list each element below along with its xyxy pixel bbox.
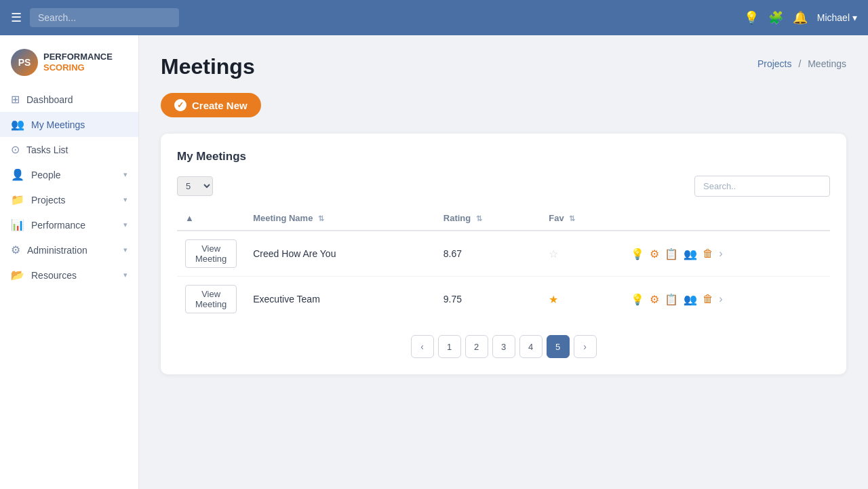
meeting-name-sort-icon: ⇅	[318, 214, 324, 222]
fav-label: Fav	[549, 213, 564, 223]
row-meeting-name: Executive Team	[245, 277, 435, 322]
hamburger-menu[interactable]: ☰	[11, 10, 22, 25]
main-content: Meetings Projects / Meetings ✓ Create Ne…	[139, 35, 868, 489]
puzzle-icon[interactable]: 🧩	[768, 10, 783, 25]
performance-icon: 📊	[11, 218, 24, 231]
table-header: ▲ Meeting Name ⇅ Rating ⇅ Fav ⇅	[177, 206, 830, 231]
rating-label: Rating	[443, 213, 471, 223]
gear-action-icon[interactable]: ⚙	[650, 293, 659, 306]
people-chevron-icon: ▾	[123, 170, 127, 179]
users-action-icon[interactable]: 👥	[684, 248, 697, 260]
pagination-page-4[interactable]: 4	[519, 335, 542, 358]
row-view-btn-cell: View Meeting	[177, 231, 245, 277]
tasks-icon: ⊙	[11, 143, 20, 156]
bell-icon[interactable]: 🔔	[793, 10, 808, 25]
logo-text: PERFORMANCESCORING	[43, 52, 113, 73]
pagination-next[interactable]: ›	[574, 335, 597, 358]
create-new-button[interactable]: ✓ Create New	[161, 93, 261, 117]
th-actions	[623, 206, 830, 231]
trash-action-icon[interactable]: 🗑	[703, 248, 713, 260]
sidebar-label-tasks: Tasks List	[26, 144, 68, 155]
breadcrumb-current: Meetings	[808, 58, 846, 69]
pagination: ‹ 1 2 3 4 5 ›	[177, 335, 830, 358]
sidebar-label-projects: Projects	[31, 195, 66, 206]
my-meetings-icon: 👥	[11, 118, 24, 131]
users-action-icon[interactable]: 👥	[684, 293, 697, 306]
sidebar-label-dashboard: Dashboard	[26, 94, 73, 105]
page-header: Meetings Projects / Meetings	[161, 54, 846, 79]
user-name: Michael	[817, 12, 850, 23]
user-chevron-icon: ▾	[852, 12, 857, 23]
row-fav: ☆	[540, 231, 623, 277]
row-rating: 8.67	[435, 231, 541, 277]
table-controls: 5 10 25 50	[177, 176, 830, 197]
row-actions: 💡 ⚙ 📋 👥 🗑 ›	[623, 231, 830, 277]
gear-action-icon[interactable]: ⚙	[650, 248, 659, 260]
th-fav[interactable]: Fav ⇅	[540, 206, 623, 231]
logo-icon: PS	[11, 49, 38, 76]
pagination-page-3[interactable]: 3	[492, 335, 515, 358]
meetings-card-title: My Meetings	[177, 150, 830, 163]
view-meeting-button[interactable]: View Meeting	[185, 239, 237, 268]
sidebar-item-performance[interactable]: 📊 Performance ▾	[0, 212, 138, 237]
dashboard-icon: ⊞	[11, 93, 20, 106]
create-new-label: Create New	[192, 100, 248, 111]
sidebar-item-projects[interactable]: 📁 Projects ▾	[0, 187, 138, 212]
pagination-prev[interactable]: ‹	[411, 335, 434, 358]
sidebar-label-resources: Resources	[31, 270, 77, 281]
sidebar-item-dashboard[interactable]: ⊞ Dashboard	[0, 87, 138, 112]
th-meeting-name[interactable]: Meeting Name ⇅	[245, 206, 435, 231]
row-chevron-icon[interactable]: ›	[719, 248, 722, 260]
sidebar-item-tasks-list[interactable]: ⊙ Tasks List	[0, 137, 138, 162]
meetings-tbody: View Meeting Creed How Are You 8.67 ☆ 💡 …	[177, 231, 830, 321]
copy-action-icon[interactable]: 📋	[665, 248, 678, 260]
pagination-page-1[interactable]: 1	[438, 335, 461, 358]
row-meeting-name: Creed How Are You	[245, 231, 435, 277]
sidebar-item-my-meetings[interactable]: 👥 My Meetings	[0, 112, 138, 137]
projects-chevron-icon: ▾	[123, 195, 127, 204]
main-layout: PS PERFORMANCESCORING ⊞ Dashboard 👥 My M…	[0, 35, 868, 489]
pagination-page-5[interactable]: 5	[547, 335, 570, 358]
performance-chevron-icon: ▾	[123, 220, 127, 229]
sidebar-item-administration[interactable]: ⚙ Administration ▾	[0, 237, 138, 262]
meetings-card: My Meetings 5 10 25 50 ▲	[161, 134, 846, 374]
table-row: View Meeting Executive Team 9.75 ★ 💡 ⚙ 📋…	[177, 277, 830, 322]
sidebar: PS PERFORMANCESCORING ⊞ Dashboard 👥 My M…	[0, 35, 139, 489]
resources-chevron-icon: ▾	[123, 271, 127, 279]
sidebar-item-resources[interactable]: 📂 Resources ▾	[0, 262, 138, 288]
row-actions: 💡 ⚙ 📋 👥 🗑 ›	[623, 277, 830, 322]
per-page-select[interactable]: 5 10 25 50	[177, 176, 213, 196]
sidebar-item-people[interactable]: 👤 People ▾	[0, 162, 138, 187]
copy-action-icon[interactable]: 📋	[665, 293, 678, 306]
page-title: Meetings	[161, 54, 255, 79]
view-meeting-button[interactable]: View Meeting	[185, 285, 237, 313]
th-rating[interactable]: Rating ⇅	[435, 206, 541, 231]
user-menu[interactable]: Michael ▾	[817, 12, 857, 23]
administration-chevron-icon: ▾	[123, 246, 127, 254]
fav-star-icon[interactable]: ☆	[549, 248, 558, 260]
table-row: View Meeting Creed How Are You 8.67 ☆ 💡 …	[177, 231, 830, 277]
action-icons-group: 💡 ⚙ 📋 👥 🗑 ›	[631, 293, 822, 306]
people-icon: 👤	[11, 168, 24, 181]
breadcrumb-parent[interactable]: Projects	[757, 58, 792, 69]
meetings-table: ▲ Meeting Name ⇅ Rating ⇅ Fav ⇅	[177, 206, 830, 321]
global-search-input[interactable]	[30, 8, 179, 27]
sidebar-label-my-meetings: My Meetings	[31, 119, 85, 130]
page-title-section: Meetings	[161, 54, 255, 79]
fav-star-icon[interactable]: ★	[549, 294, 558, 305]
fav-sort-icon: ⇅	[569, 214, 575, 222]
bulb-action-icon[interactable]: 💡	[631, 248, 644, 260]
trash-action-icon[interactable]: 🗑	[703, 293, 713, 305]
row-chevron-icon[interactable]: ›	[719, 293, 722, 305]
th-sort-up[interactable]: ▲	[177, 206, 245, 231]
sidebar-label-people: People	[31, 170, 61, 180]
sort-up-icon: ▲	[185, 213, 194, 223]
bulb-action-icon[interactable]: 💡	[631, 293, 644, 306]
sidebar-label-administration: Administration	[27, 245, 87, 256]
meeting-name-label: Meeting Name	[253, 213, 313, 223]
pagination-page-2[interactable]: 2	[465, 335, 488, 358]
bulb-icon[interactable]: 💡	[744, 10, 759, 25]
table-search-input[interactable]	[694, 176, 830, 197]
breadcrumb-separator: /	[798, 58, 801, 69]
administration-icon: ⚙	[11, 243, 20, 256]
